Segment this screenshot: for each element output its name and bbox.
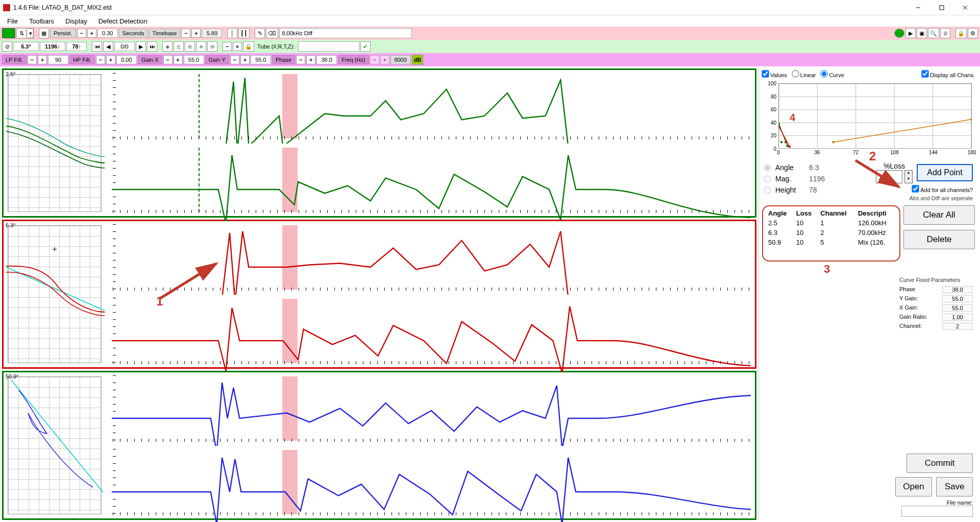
filter-a-icon[interactable]: ⎈ (162, 41, 173, 52)
gainy-minus[interactable]: − (230, 55, 239, 64)
menu-toolbars[interactable]: Toolbars (24, 16, 59, 26)
height-readout: 78↑ (66, 42, 87, 51)
strip-ch1-top[interactable] (108, 70, 755, 143)
curve-radio[interactable]: Curve (821, 70, 844, 78)
delete-button[interactable]: Delete (903, 230, 975, 249)
record-icon[interactable] (894, 29, 904, 38)
channel-name-field[interactable] (279, 28, 412, 38)
filter-c-icon[interactable]: ⎋ (185, 41, 195, 52)
open-button[interactable]: Open (895, 477, 932, 496)
close-button[interactable] (953, 0, 977, 15)
db-toggle[interactable]: dB (412, 55, 424, 65)
phase-label: Phase (272, 55, 295, 64)
annotation-3: 3 (824, 263, 830, 276)
svg-rect-25 (779, 123, 780, 125)
strip-ch2-bot[interactable] (108, 295, 755, 367)
lissajous-ch1[interactable]: 2.5° (4, 70, 106, 216)
erase-tool-icon[interactable]: ⌫ (266, 28, 278, 38)
clear-all-button[interactable]: Clear All (903, 205, 975, 225)
range-tool-icon[interactable]: ┃┃ (238, 28, 250, 38)
maximize-button[interactable] (930, 0, 953, 15)
timebase-minus[interactable]: − (181, 29, 190, 38)
zoom-icon[interactable]: 🔍 (928, 28, 939, 38)
filter-e-icon[interactable]: ⎊ (207, 41, 217, 52)
apply-tube-icon[interactable]: ✔ (360, 41, 371, 52)
persist-plus[interactable]: + (87, 29, 96, 38)
strip-ch1-bot[interactable] (108, 144, 755, 216)
app-icon (3, 4, 10, 11)
settings-icon[interactable]: ⚙ (968, 28, 978, 38)
strip-ch2-top[interactable] (108, 221, 755, 294)
tube-plus[interactable]: + (233, 42, 242, 51)
tube-field[interactable] (298, 41, 359, 52)
lock-icon[interactable]: 🔒 (955, 28, 967, 38)
svg-rect-27 (779, 126, 780, 128)
swap-axes-icon[interactable]: ⇅ (16, 28, 27, 38)
add-point-button[interactable]: Add Point (917, 164, 973, 181)
hpfilt-plus[interactable]: + (106, 55, 115, 64)
add-all-channels-check[interactable]: Add for all channels? (912, 185, 973, 193)
pct-loss-input[interactable] (876, 170, 902, 183)
pct-loss-spinner[interactable]: ▲▼ (904, 170, 913, 183)
phase-plus[interactable]: + (306, 55, 315, 64)
nav-next-icon[interactable]: ▶ (136, 41, 146, 52)
lissajous-ch5[interactable]: 50.9° (4, 372, 106, 518)
gainx-minus[interactable]: − (163, 55, 173, 64)
hpfilt-label: HP Filt. (69, 55, 95, 64)
svg-rect-24 (970, 118, 971, 121)
gainy-plus[interactable]: + (240, 55, 250, 64)
menu-defect-detection[interactable]: Defect Detection (93, 16, 153, 26)
tube-icon[interactable]: ⊘ (2, 41, 12, 52)
persist-value: 0.30 (97, 29, 118, 38)
save-button[interactable]: Save (936, 477, 973, 496)
lpfilt-plus[interactable]: + (38, 55, 47, 64)
timebase-value: 5.89 (202, 29, 222, 38)
timebase-plus[interactable]: + (191, 29, 201, 38)
nav-first-icon[interactable]: ⏮ (92, 41, 102, 52)
nav-prev-icon[interactable]: ◀ (103, 41, 113, 52)
persist-minus[interactable]: − (77, 29, 86, 38)
strip-ch5-top[interactable] (108, 372, 755, 445)
tube-lock-icon[interactable]: 🔒 (243, 41, 254, 52)
menu-file[interactable]: File (2, 16, 23, 26)
nav-last-icon[interactable]: ⏭ (147, 41, 157, 52)
display-all-check[interactable]: Display all Chans. (922, 70, 975, 78)
calibration-chart[interactable]: 020406080100 03672108144180 4 (762, 81, 975, 158)
lpfilt-minus[interactable]: − (28, 55, 37, 64)
play-icon[interactable]: ▶ (905, 28, 916, 38)
filter-b-icon[interactable]: ⎌ (174, 41, 184, 52)
phase-minus[interactable]: − (296, 55, 305, 64)
table-row[interactable]: 6.310270.00kHz (766, 228, 896, 238)
lpfilt-label: LP Filt. (2, 55, 27, 64)
gainx-plus[interactable]: + (174, 55, 183, 64)
magnitude-readout: 1196↑ (40, 42, 65, 51)
menu-display[interactable]: Display (60, 16, 92, 26)
channel-5-panel: 50.9° (2, 371, 756, 520)
gainx-label: Gain X (138, 55, 162, 64)
file-name-label: File name: (947, 500, 973, 506)
lissajous-ch2[interactable]: 6.3° (4, 221, 106, 367)
tube-minus[interactable]: − (223, 42, 232, 51)
snapshot-icon[interactable]: ▣ (917, 28, 927, 38)
swatch-dropdown[interactable]: ▾ (28, 28, 34, 38)
main-area: 2.5° (0, 66, 980, 522)
values-check[interactable]: Values (762, 70, 787, 78)
color-swatch[interactable] (2, 28, 15, 38)
grid-toggle-icon[interactable]: ▦ (39, 28, 49, 38)
mag-radio (764, 175, 771, 182)
clear-icon[interactable]: ⎚ (940, 28, 950, 38)
filter-d-icon[interactable]: ⎆ (196, 41, 206, 52)
strip-ch5-bot[interactable] (108, 446, 755, 518)
hpfilt-minus[interactable]: − (96, 55, 105, 64)
linear-radio[interactable]: Linear (792, 70, 816, 78)
table-row[interactable]: 50.9105Mix (126. (766, 238, 896, 247)
hpfilt-value: 0.00 (116, 55, 137, 64)
table-row[interactable]: 2.5101126.00kH (766, 218, 896, 228)
commit-button[interactable]: Commit (906, 454, 973, 473)
minimize-button[interactable] (906, 0, 930, 15)
window-title: 1.4.6 File: LATAO_B_DAT_MIX2.etd (13, 4, 906, 11)
points-table[interactable]: Angle Loss Channel Descripti 2.5101126.0… (762, 205, 900, 262)
file-name-input[interactable] (901, 506, 973, 517)
cursor-tool-icon[interactable]: │ (227, 28, 237, 38)
draw-tool-icon[interactable]: ✎ (255, 28, 265, 38)
